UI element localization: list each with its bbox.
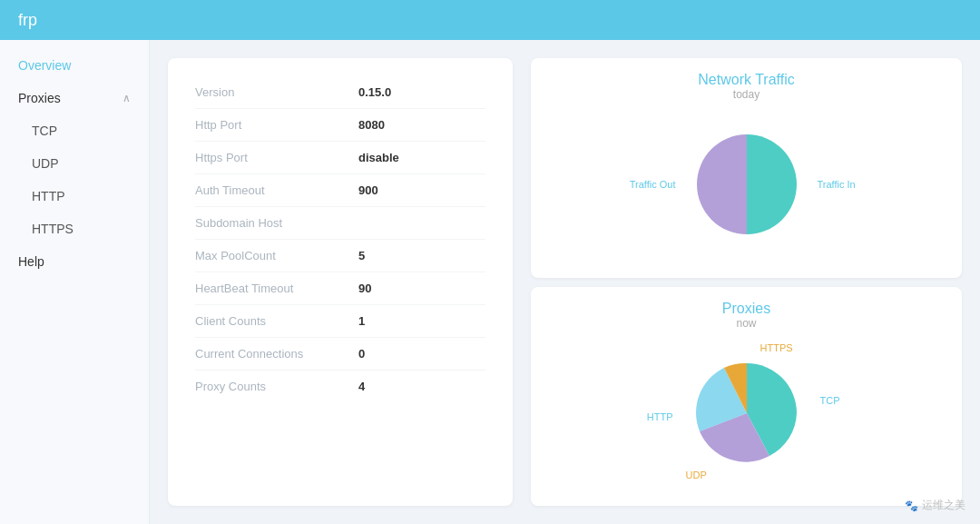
app-title: frp xyxy=(18,11,37,30)
info-row-http-port: Http Port 8080 xyxy=(195,109,485,142)
sidebar-item-overview[interactable]: Overview xyxy=(0,49,149,82)
info-row-proxy-counts: Proxy Counts 4 xyxy=(195,371,485,402)
traffic-in-label: Traffic In xyxy=(818,179,856,190)
network-pie-chart xyxy=(683,125,810,243)
network-traffic-section: Network Traffic today Traffic Out Traffi… xyxy=(531,58,962,278)
sidebar-item-http[interactable]: HTTP xyxy=(0,180,149,213)
udp-label: UDP xyxy=(686,470,707,480)
info-row-auth-timeout: Auth Timeout 900 xyxy=(195,174,485,207)
chevron-icon: ∧ xyxy=(122,92,131,104)
network-pie-container: Traffic Out Traffic In xyxy=(683,125,810,243)
app-body: Overview Proxies ∧ TCP UDP HTTP HTTPS He… xyxy=(0,40,980,524)
watermark: 🐾 运维之美 xyxy=(905,498,965,513)
http-label: HTTP xyxy=(647,410,673,421)
main-content: Version 0.15.0 Http Port 8080 Https Port… xyxy=(150,40,980,524)
app-header: frp xyxy=(0,0,980,40)
https-label: HTTPS xyxy=(760,342,793,353)
info-panel: Version 0.15.0 Http Port 8080 Https Port… xyxy=(168,58,513,506)
watermark-icon: 🐾 xyxy=(905,499,918,512)
traffic-out-label: Traffic Out xyxy=(630,179,676,190)
proxies-pie-chart xyxy=(679,350,815,477)
info-row-version: Version 0.15.0 xyxy=(195,76,485,109)
sidebar-item-https[interactable]: HTTPS xyxy=(0,213,149,245)
proxies-chart-area: HTTPS HTTP UDP TCP xyxy=(549,334,944,493)
proxies-title: Proxies xyxy=(722,301,770,317)
network-traffic-title: Network Traffic xyxy=(698,72,794,88)
info-row-heartbeat: HeartBeat Timeout 90 xyxy=(195,272,485,305)
info-row-max-pool: Max PoolCount 5 xyxy=(195,240,485,272)
proxies-pie-container: HTTPS HTTP UDP TCP xyxy=(679,350,815,477)
watermark-text: 运维之美 xyxy=(922,498,965,513)
charts-panel: Network Traffic today Traffic Out Traffi… xyxy=(531,58,962,506)
info-row-subdomain-host: Subdomain Host xyxy=(195,207,485,240)
network-traffic-subtitle: today xyxy=(733,88,760,101)
sidebar-item-udp[interactable]: UDP xyxy=(0,147,149,180)
proxies-section: Proxies now HTTPS HTTP UDP TCP xyxy=(531,287,962,507)
network-traffic-chart-area: Traffic Out Traffic In xyxy=(549,105,944,264)
info-row-https-port: Https Port disable xyxy=(195,142,485,174)
sidebar: Overview Proxies ∧ TCP UDP HTTP HTTPS He… xyxy=(0,40,150,524)
proxies-subtitle: now xyxy=(736,317,756,330)
info-row-client-counts: Client Counts 1 xyxy=(195,305,485,338)
sidebar-item-help[interactable]: Help xyxy=(0,245,149,278)
info-row-current-connections: Current Connections 0 xyxy=(195,338,485,371)
sidebar-item-proxies[interactable]: Proxies ∧ xyxy=(0,82,149,114)
sidebar-item-tcp[interactable]: TCP xyxy=(0,114,149,147)
tcp-label: TCP xyxy=(820,395,840,406)
